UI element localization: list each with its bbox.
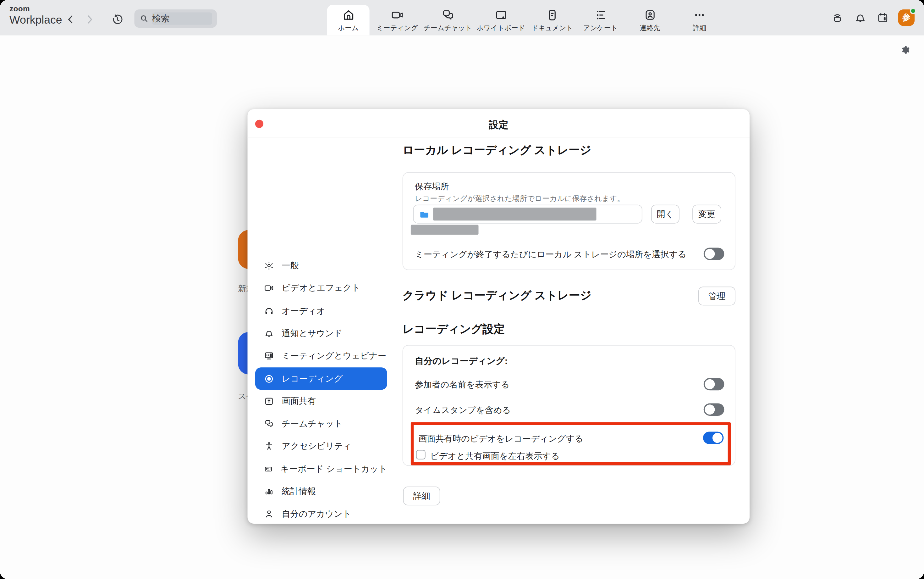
contact-card-icon (643, 8, 657, 21)
timestamp-toggle[interactable] (704, 404, 724, 416)
recording-settings-heading: レコーディング設定 (403, 321, 505, 337)
side-by-side-label: ビデオと共有画面を左右表示する (430, 451, 560, 462)
account-icon (264, 509, 274, 519)
share-screen-icon (264, 396, 274, 406)
toggle-knob (712, 433, 722, 443)
tab-home[interactable]: ホーム (327, 5, 370, 36)
sidebar-label: 画面共有 (282, 396, 316, 407)
sidebar-item-statistics[interactable]: 統計情報 (255, 480, 387, 503)
save-location-desc: レコーディングが選択された場所でローカルに保存されます。 (415, 194, 624, 204)
sidebar-item-keyboard-shortcuts[interactable]: キーボード ショートカット (255, 458, 387, 480)
tab-contacts[interactable]: 連絡先 (634, 5, 666, 36)
sidebar-label: 通知とサウンド (282, 328, 342, 339)
monitor-icon (264, 351, 274, 361)
home-icon (342, 8, 355, 21)
change-button[interactable]: 変更 (693, 205, 721, 224)
tab-contacts-label: 連絡先 (640, 23, 660, 32)
whiteboard-icon (494, 8, 508, 21)
sidebar-label: レコーディング (282, 373, 342, 384)
search-icon (140, 14, 148, 23)
video-icon (264, 283, 274, 293)
history-button[interactable] (110, 12, 124, 26)
sidebar-item-accessibility[interactable]: アクセシビリティ (255, 435, 387, 458)
gear-icon (264, 261, 274, 271)
path-redaction-2 (411, 224, 479, 235)
sidebar-item-screen-share[interactable]: 画面共有 (255, 390, 387, 413)
advanced-button[interactable]: 詳細 (403, 487, 440, 505)
notifications-button[interactable] (854, 11, 867, 24)
tab-surveys[interactable]: アンケート (577, 5, 624, 36)
sidebar-item-general[interactable]: 一般 (255, 254, 387, 277)
more-dots-icon (693, 8, 706, 21)
history-clock-icon (111, 13, 123, 26)
search-placeholder: 検索 (152, 13, 170, 24)
timestamp-label: タイムスタンプを含める (415, 404, 511, 416)
top-toolbar: zoom Workplace 検索 ホーム ミーティング (0, 0, 924, 36)
dialog-title: 設定 (248, 119, 750, 131)
highlight-annotation-box: 画面共有時のビデオをレコーディングする ビデオと共有画面を左右表示する (411, 422, 731, 466)
toggle-knob (705, 379, 715, 389)
close-button[interactable] (255, 120, 263, 128)
video-camera-icon (390, 8, 404, 21)
avatar-initial: 参 (902, 12, 911, 23)
sidebar-item-recording[interactable]: レコーディング (255, 367, 387, 390)
sidebar-item-my-account[interactable]: 自分のアカウント (255, 503, 387, 525)
share-to-device-button[interactable] (831, 11, 844, 24)
open-button[interactable]: 開く (651, 205, 680, 224)
home-settings-gear-button[interactable] (900, 45, 911, 56)
recording-path-field[interactable] (413, 205, 642, 224)
record-video-during-share-toggle[interactable] (703, 432, 724, 444)
tab-more-label: 詳細 (693, 23, 706, 32)
record-icon (264, 374, 274, 384)
headphones-icon (264, 306, 274, 316)
folder-icon (419, 209, 430, 220)
chevron-left-icon (65, 13, 77, 26)
forward-button[interactable] (83, 12, 97, 26)
record-video-during-share-label: 画面共有時のビデオをレコーディングする (418, 433, 583, 445)
avatar[interactable]: 参 (898, 10, 915, 26)
tab-more[interactable]: 詳細 (687, 5, 712, 36)
keyboard-icon (264, 464, 273, 474)
tab-whiteboard-label: ホワイトボード (477, 23, 525, 32)
local-storage-heading: ローカル レコーディング ストレージ (403, 143, 592, 158)
tab-meetings[interactable]: ミーティング (370, 5, 424, 36)
share-to-device-icon (831, 11, 844, 24)
chat-bubbles-icon (441, 8, 455, 21)
save-location-label: 保存場所 (415, 181, 449, 193)
sidebar-item-video[interactable]: ビデオとエフェクト (255, 277, 387, 300)
back-button[interactable] (64, 12, 78, 26)
tab-meetings-label: ミーティング (376, 23, 418, 32)
tab-docs[interactable]: ドキュメント (525, 5, 579, 36)
manage-button[interactable]: 管理 (698, 286, 735, 305)
cloud-storage-heading: クラウド レコーディング ストレージ (403, 288, 592, 303)
sidebar-label: ビデオとエフェクト (282, 283, 360, 294)
calendar-button[interactable] (876, 11, 889, 24)
tab-whiteboard[interactable]: ホワイトボード (471, 5, 531, 36)
zoom-workplace-window: zoom Workplace 検索 ホーム ミーティング (0, 0, 924, 579)
sidebar-label: 統計情報 (282, 486, 316, 497)
sidebar-label: 一般 (282, 260, 298, 272)
sidebar-label: 自分のアカウント (282, 509, 351, 520)
gear-icon (900, 45, 911, 56)
sidebar-item-team-chat[interactable]: チームチャット (255, 413, 387, 435)
search-input[interactable]: 検索 (135, 10, 217, 28)
settings-dialog: 設定 一般 ビデオとエフェクト オーディオ 通知とサウンド ミーティングとウェビ… (248, 109, 750, 523)
logo-zoom-text: zoom (10, 5, 62, 12)
screen: zoom Workplace 検索 ホーム ミーティング (0, 0, 924, 579)
chat-icon (264, 419, 274, 429)
sidebar-label: ミーティングとウェビナー (282, 350, 386, 361)
tab-team-chat[interactable]: チームチャット (418, 5, 478, 36)
sidebar-item-audio[interactable]: オーディオ (255, 300, 387, 322)
show-names-toggle[interactable] (704, 378, 724, 390)
recording-settings-card: 自分のレコーディング: 参加者の名前を表示する タイムスタンプを含める 画面共有… (403, 345, 735, 466)
bell-icon (264, 328, 274, 339)
my-recordings-title: 自分のレコーディング: (415, 356, 508, 367)
choose-location-toggle-label: ミーティングが終了するたびにローカル ストレージの場所を選択する (415, 249, 686, 260)
sidebar-item-meetings[interactable]: ミーティングとウェビナー (255, 345, 387, 367)
survey-list-icon (594, 8, 607, 21)
side-by-side-checkbox[interactable] (416, 450, 425, 460)
local-storage-card: 保存場所 レコーディングが選択された場所でローカルに保存されます。 開く 変更 … (403, 172, 735, 270)
sidebar-label: キーボード ショートカット (280, 463, 387, 474)
choose-location-toggle[interactable] (704, 248, 724, 260)
sidebar-item-notifications[interactable]: 通知とサウンド (255, 322, 387, 345)
